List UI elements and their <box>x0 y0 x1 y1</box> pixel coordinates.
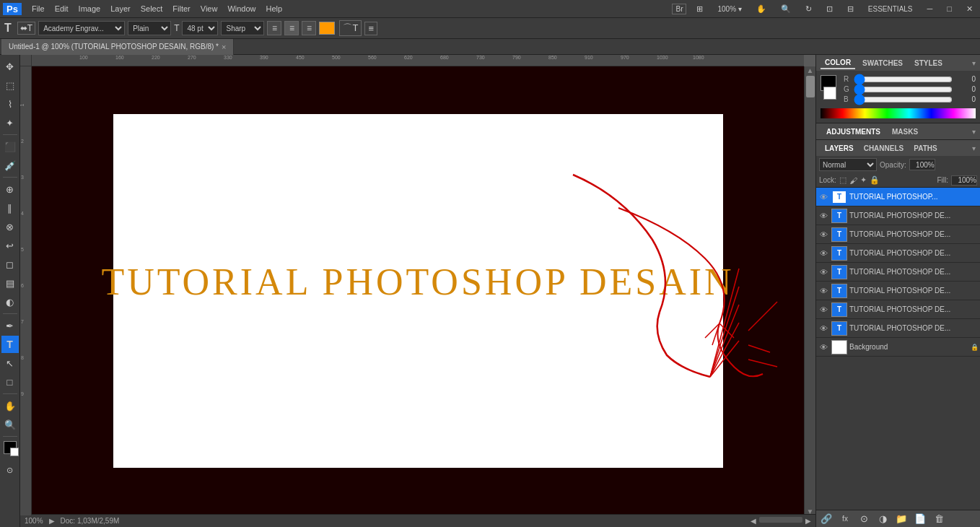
delete-layer-btn[interactable]: 🗑 <box>932 513 946 526</box>
arrange-icon[interactable]: ⊞ <box>692 3 707 15</box>
scroll-up-btn[interactable]: ▲ <box>807 66 814 74</box>
spot-heal-tool[interactable]: ⊕ <box>1 180 19 198</box>
layer-effects-btn[interactable]: fx <box>838 513 852 526</box>
warp-text-btn[interactable]: ⌒T <box>339 20 362 36</box>
stamp-tool[interactable]: ⊗ <box>1 218 19 235</box>
tab-swatches[interactable]: SWATCHES <box>858 58 907 69</box>
dodge-tool[interactable]: ◐ <box>1 293 19 310</box>
menu-help[interactable]: Help <box>262 3 287 14</box>
lock-transparent-icon[interactable]: ⬚ <box>839 175 846 185</box>
path-select-tool[interactable]: ↖ <box>1 354 19 372</box>
fill-input[interactable] <box>951 175 977 186</box>
essentials-label[interactable]: ESSENTIALS <box>864 4 917 14</box>
orient-icon[interactable]: ⬌T <box>17 22 35 35</box>
layers-panel-expand[interactable]: ▾ <box>972 144 976 152</box>
rotate-icon[interactable]: ↻ <box>801 3 816 15</box>
background-preview[interactable] <box>823 87 836 100</box>
align-right-btn[interactable]: ≡ <box>302 21 316 35</box>
font-size-select[interactable]: 48 pt <box>182 21 218 35</box>
layer-item[interactable]: 👁 T TUTORIAL PHOTOSHOP DE... <box>816 319 980 338</box>
background-color[interactable] <box>10 448 19 456</box>
menu-image[interactable]: Image <box>74 3 105 14</box>
crop-tool[interactable]: ⬛ <box>1 138 19 155</box>
g-slider[interactable] <box>854 87 953 92</box>
zoom-icon[interactable]: 🔍 <box>776 3 795 15</box>
tab-styles[interactable]: STYLES <box>910 58 947 69</box>
foreground-color[interactable] <box>4 441 17 454</box>
lock-image-icon[interactable]: 🖌 <box>849 176 857 185</box>
pen-tool[interactable]: ✒ <box>1 317 19 334</box>
layer-item-background[interactable]: 👁 Background 🔒 <box>816 338 980 357</box>
layer-item[interactable]: 👁 T TUTORIAL PHOTOSHOP DE... <box>816 225 980 244</box>
close-btn[interactable]: ✕ <box>962 3 977 15</box>
lock-position-icon[interactable]: ✦ <box>860 175 867 185</box>
magic-wand-tool[interactable]: ✦ <box>1 114 19 131</box>
marquee-tool[interactable]: ⬚ <box>1 77 19 94</box>
layer-visibility-3[interactable]: 👁 <box>818 229 829 240</box>
font-name-select[interactable]: Academy Engrav... <box>38 21 125 35</box>
tab-paths[interactable]: PATHS <box>909 143 941 154</box>
layer-item[interactable]: 👁 T TUTORIAL PHOTOSHOP DE... <box>816 282 980 300</box>
eyedropper-tool[interactable]: 💉 <box>1 157 19 174</box>
eraser-tool[interactable]: ◻ <box>1 256 19 273</box>
status-nav-left[interactable]: ◀ <box>751 517 756 525</box>
shape-tool[interactable]: □ <box>1 373 19 391</box>
hand-icon[interactable]: ✋ <box>752 3 771 15</box>
extras-icon[interactable]: ⊟ <box>843 3 858 15</box>
status-nav-right[interactable]: ▶ <box>805 517 811 525</box>
text-color-swatch[interactable] <box>319 22 335 35</box>
opacity-input[interactable] <box>909 159 935 170</box>
r-slider[interactable] <box>854 77 953 82</box>
color-panel-expand[interactable]: ▾ <box>972 59 976 67</box>
adjustments-panel-expand[interactable]: ▾ <box>972 128 976 136</box>
zoom-tool[interactable]: 🔍 <box>1 416 19 433</box>
document-tab-close[interactable]: × <box>222 43 226 51</box>
add-mask-btn[interactable]: ⊙ <box>857 513 871 526</box>
new-layer-btn[interactable]: 📄 <box>913 513 927 526</box>
layer-item[interactable]: 👁 T TUTORIAL PHOTOSHOP DE... <box>816 244 980 263</box>
options-btn[interactable]: ≡ <box>364 22 377 35</box>
menu-layer[interactable]: Layer <box>106 3 135 14</box>
scroll-handle-v[interactable] <box>806 76 815 97</box>
layer-visibility-4[interactable]: 👁 <box>818 248 829 259</box>
bridge-icon[interactable]: Br <box>672 4 686 14</box>
history-brush-tool[interactable]: ↩ <box>1 237 19 254</box>
quick-mask-btn[interactable]: ⊙ <box>1 461 19 479</box>
layer-visibility-1[interactable]: 👁 <box>818 191 829 203</box>
tab-masks[interactable]: MASKS <box>886 126 924 137</box>
align-left-btn[interactable]: ≡ <box>267 21 281 35</box>
tab-color[interactable]: COLOR <box>821 57 855 69</box>
gradient-tool[interactable]: ▤ <box>1 274 19 292</box>
aa-mode-select[interactable]: Sharp <box>221 21 264 35</box>
minimize-btn[interactable]: ─ <box>923 3 937 14</box>
blend-mode-select[interactable]: Normal <box>819 158 877 171</box>
layer-visibility-6[interactable]: 👁 <box>818 285 829 297</box>
vertical-scrollbar[interactable]: ▲ ▼ <box>804 66 815 515</box>
layer-visibility-5[interactable]: 👁 <box>818 266 829 278</box>
menu-window[interactable]: Window <box>223 3 260 14</box>
layer-visibility-bg[interactable]: 👁 <box>818 341 829 353</box>
link-layers-btn[interactable]: 🔗 <box>819 513 834 526</box>
menu-view[interactable]: View <box>196 3 222 14</box>
tab-adjustments[interactable]: ADJUSTMENTS <box>821 126 886 137</box>
maximize-btn[interactable]: □ <box>942 3 956 14</box>
screen-mode-icon[interactable]: ⊡ <box>822 3 837 15</box>
layer-item[interactable]: 👁 T TUTORIAL PHOTOSHOP DE... <box>816 300 980 319</box>
tab-layers[interactable]: LAYERS <box>821 143 858 154</box>
status-toggle[interactable]: ▶ <box>49 517 55 525</box>
new-adjustment-btn[interactable]: ◑ <box>875 513 890 526</box>
layer-visibility-7[interactable]: 👁 <box>818 304 829 315</box>
font-style-select[interactable]: Plain <box>128 21 171 35</box>
move-tool[interactable]: ✥ <box>1 58 19 75</box>
layer-visibility-2[interactable]: 👁 <box>818 210 829 222</box>
tab-channels[interactable]: CHANNELS <box>859 143 909 154</box>
new-group-btn[interactable]: 📁 <box>894 513 909 526</box>
layer-item[interactable]: 👁 T TUTORIAL PHOTOSHOP... <box>816 188 980 206</box>
lasso-tool[interactable]: ⌇ <box>1 95 19 113</box>
align-center-btn[interactable]: ≡ <box>284 21 299 35</box>
color-spectrum[interactable] <box>821 108 976 118</box>
hand-tool[interactable]: ✋ <box>1 397 19 414</box>
document-tab[interactable]: Untitled-1 @ 100% (TUTORIAL PHOTOSHOP DE… <box>1 39 234 55</box>
lock-all-icon[interactable]: 🔒 <box>870 175 880 185</box>
layer-item[interactable]: 👁 T TUTORIAL PHOTOSHOP DE... <box>816 263 980 282</box>
